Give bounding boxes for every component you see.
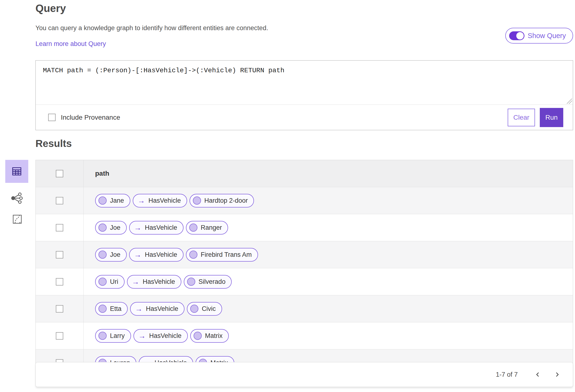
row-checkbox-cell (36, 295, 84, 322)
table-header-row: path (36, 160, 573, 187)
source-entity-label: Jane (110, 197, 124, 204)
toggle-switch-icon (509, 31, 525, 40)
source-entity-label: Larry (110, 332, 125, 340)
map-icon (11, 214, 23, 225)
results-table: path Jane → HasVehicle Hardtop 2-door (35, 160, 573, 376)
entity-node-icon (190, 305, 198, 313)
query-description: You can query a knowledge graph to ident… (35, 24, 268, 32)
relationship-label: HasVehicle (149, 332, 182, 340)
path-cell: Joe → HasVehicle Firebird Trans Am (84, 241, 573, 268)
relationship-pill[interactable]: → HasVehicle (133, 329, 188, 343)
row-checkbox-cell (36, 268, 84, 295)
run-button[interactable]: Run (540, 108, 563, 127)
row-checkbox[interactable] (56, 278, 63, 285)
source-entity-pill[interactable]: Jane (95, 194, 130, 207)
table-icon (11, 166, 22, 177)
target-entity-label: Firebird Trans Am (201, 251, 252, 259)
entity-node-icon (98, 223, 107, 232)
relationship-label: HasVehicle (145, 224, 177, 231)
source-entity-pill[interactable]: Etta (95, 302, 128, 316)
page-title: Query (35, 2, 66, 14)
target-entity-pill[interactable]: Matrix (190, 329, 229, 343)
source-entity-pill[interactable]: Joe (95, 221, 127, 235)
show-query-label: Show Query (527, 32, 566, 40)
entity-node-icon (193, 332, 202, 340)
query-panel-footer: Include Provenance Clear Run (36, 105, 573, 130)
entity-node-icon (187, 278, 195, 286)
entity-node-icon (189, 223, 197, 232)
entity-node-icon (98, 251, 107, 259)
entity-node-icon (189, 251, 197, 259)
link-chart-icon (10, 192, 24, 205)
target-entity-pill[interactable]: Civic (187, 302, 222, 316)
row-checkbox-cell (36, 241, 84, 268)
path-cell: Jane → HasVehicle Hardtop 2-door (84, 187, 573, 214)
show-query-toggle[interactable]: Show Query (505, 28, 573, 44)
target-entity-pill[interactable]: Hardtop 2-door (190, 194, 254, 207)
row-checkbox[interactable] (56, 224, 63, 231)
query-input[interactable]: MATCH path = (:Person)-[:HasVehicle]->(:… (36, 61, 573, 105)
path-column-header: path (84, 160, 573, 187)
entity-node-icon (193, 196, 201, 205)
path-cell: Etta → HasVehicle Civic (84, 295, 573, 322)
next-page-button[interactable] (549, 367, 565, 382)
path-cell: Uri → HasVehicle Silverado (84, 268, 573, 295)
row-checkbox[interactable] (56, 332, 63, 340)
learn-more-link[interactable]: Learn more about Query (35, 40, 106, 48)
query-panel: MATCH path = (:Person)-[:HasVehicle]->(:… (35, 60, 573, 130)
results-title: Results (35, 138, 72, 149)
table-row: Joe → HasVehicle Firebird Trans Am (36, 241, 573, 268)
relationship-label: HasVehicle (143, 278, 175, 285)
link-chart-view-button[interactable] (9, 190, 25, 206)
target-entity-label: Hardtop 2-door (204, 197, 248, 204)
select-all-cell (36, 160, 84, 187)
include-provenance-label: Include Provenance (61, 114, 120, 121)
arrow-right-icon: → (139, 332, 146, 340)
arrow-right-icon: → (138, 197, 145, 204)
table-view-button[interactable] (5, 160, 28, 183)
target-entity-pill[interactable]: Ranger (186, 221, 228, 235)
source-entity-label: Joe (110, 224, 120, 231)
row-checkbox[interactable] (56, 251, 63, 259)
row-checkbox[interactable] (56, 197, 63, 204)
entity-node-icon (98, 305, 107, 313)
select-all-checkbox[interactable] (56, 170, 63, 177)
relationship-pill[interactable]: → HasVehicle (129, 248, 184, 261)
relationship-label: HasVehicle (146, 305, 178, 313)
arrow-right-icon: → (132, 278, 140, 285)
prev-page-button[interactable] (530, 367, 546, 382)
path-cell: Larry → HasVehicle Matrix (84, 322, 573, 349)
entity-node-icon (98, 278, 107, 286)
resize-handle-icon[interactable] (567, 99, 572, 104)
arrow-right-icon: → (135, 305, 143, 313)
target-entity-label: Civic (202, 305, 216, 313)
source-entity-pill[interactable]: Larry (95, 329, 131, 343)
target-entity-pill[interactable]: Silverado (184, 275, 232, 289)
map-view-button[interactable] (10, 212, 24, 226)
relationship-pill[interactable]: → HasVehicle (129, 221, 184, 235)
row-checkbox-cell (36, 187, 84, 214)
pagination-range: 1-7 of 7 (496, 371, 518, 378)
entity-node-icon (98, 196, 107, 205)
chevron-left-icon (535, 372, 541, 377)
knowledge-graph-query-page: Query You can query a knowledge graph to… (0, 0, 575, 392)
clear-button[interactable]: Clear (508, 109, 535, 126)
target-entity-label: Matrix (205, 332, 223, 340)
relationship-pill[interactable]: → HasVehicle (127, 275, 181, 289)
source-entity-pill[interactable]: Joe (95, 248, 127, 261)
arrow-right-icon: → (134, 251, 142, 259)
relationship-pill[interactable]: → HasVehicle (130, 302, 185, 316)
include-provenance-checkbox[interactable] (48, 114, 56, 121)
target-entity-pill[interactable]: Firebird Trans Am (186, 248, 258, 261)
source-entity-pill[interactable]: Uri (95, 275, 125, 289)
table-row: Uri → HasVehicle Silverado (36, 268, 573, 295)
target-entity-label: Silverado (199, 278, 226, 285)
relationship-pill[interactable]: → HasVehicle (133, 194, 187, 207)
chevron-right-icon (554, 372, 560, 377)
query-editor-area: MATCH path = (:Person)-[:HasVehicle]->(:… (36, 61, 573, 105)
pagination-bar: 1-7 of 7 (35, 362, 573, 387)
row-checkbox[interactable] (56, 305, 63, 313)
relationship-label: HasVehicle (148, 197, 181, 204)
entity-node-icon (98, 332, 107, 340)
path-cell: Joe → HasVehicle Ranger (84, 214, 573, 241)
